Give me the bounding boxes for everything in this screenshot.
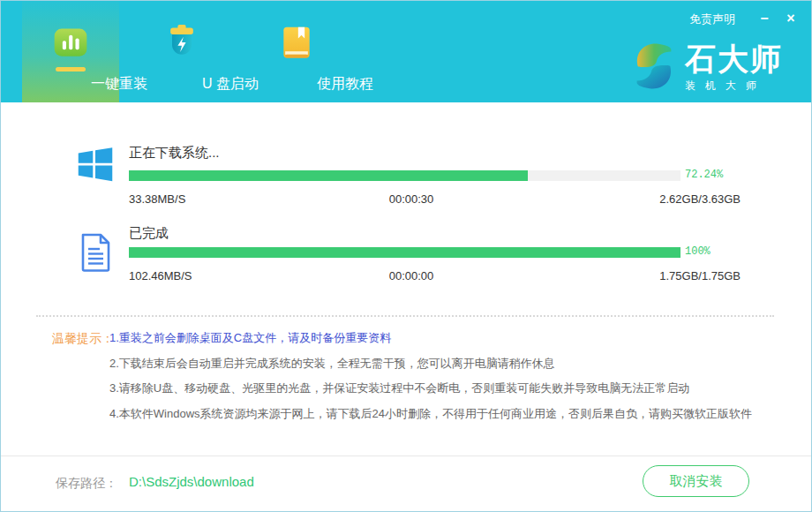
download-progress-bar [129,170,680,181]
minimize-icon[interactable]: − [753,8,776,29]
tip-item: 1.重装之前会删除桌面及C盘文件，请及时备份重要资料 [109,326,793,351]
windows-logo [76,144,115,190]
tab-tutorial[interactable]: 使用教程 [248,1,345,102]
close-icon[interactable]: × [779,8,802,29]
download-percent: 72.24% [685,169,723,181]
tips-list: 1.重装之前会删除桌面及C盘文件，请及时备份重要资料 2.下载结束后会自动重启并… [109,326,793,427]
app-window: 一键重装 U 盘启动 [0,0,812,512]
install-status-title: 已完成 [129,225,169,242]
brand-subtitle: 装机大师 [685,79,783,94]
install-percent: 100% [685,245,710,258]
footer-bar: 保存路径： D:\SdsZjds\download 取消安装 [1,456,811,511]
usb-drive-icon [162,24,201,66]
tab-usb-boot[interactable]: U 盘启动 [133,1,230,102]
install-speed: 102.46MB/S [129,269,192,282]
dashed-divider [36,315,774,317]
header-bar: 一键重装 U 盘启动 [1,1,811,102]
download-size: 2.62GB/3.63GB [659,192,741,206]
active-tab-indicator [56,67,86,72]
brand-logo-icon [632,41,676,95]
tip-item: 2.下载结束后会自动重启并完成系统的安装，全程无需干预，您可以离开电脑请稍作休息 [109,351,793,377]
brand-name: 石大师 [685,42,783,76]
download-speed: 33.38MB/S [129,192,185,206]
download-progress-fill [129,170,528,181]
download-status-title: 正在下载系统... [129,145,220,162]
save-path-value: D:\SdsZjds\download [129,474,254,489]
tips-label: 温馨提示： [52,331,114,347]
tab-label: 使用教程 [297,75,394,94]
install-progress-bar [129,247,680,258]
install-size: 1.75GB/1.75GB [659,269,741,282]
book-icon [277,24,316,66]
install-time: 00:00:00 [389,269,434,282]
document-icon [80,232,111,276]
install-progress-fill [129,247,680,258]
disclaimer-link[interactable]: 免责声明 [689,11,735,27]
save-path-label: 保存路径： [56,476,117,492]
brand-logo: 石大师 装机大师 [632,41,783,95]
tip-item: 3.请移除U盘、移动硬盘、光驱里的光盘，并保证安装过程中不会断电，否则重装可能失… [109,376,793,402]
tip-item: 4.本软件Windows系统资源均来源于网上，请下载后24小时删除，不得用于任何… [109,402,793,427]
cancel-install-button[interactable]: 取消安装 [643,465,749,497]
bar-chart-icon [51,24,90,66]
tab-one-click-reinstall[interactable]: 一键重装 [22,1,119,102]
download-time: 00:00:30 [389,192,434,206]
